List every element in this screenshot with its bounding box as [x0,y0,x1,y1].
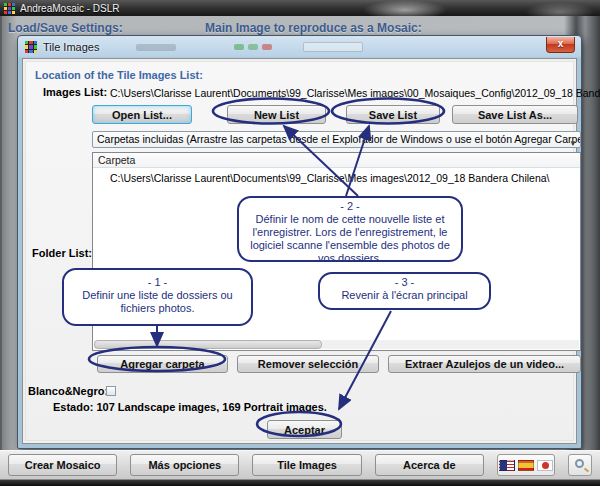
included-folders-dropdown[interactable]: Carpetas incluidas (Arrastre las carpeta… [92,131,581,148]
open-list-button[interactable]: Open List... [92,105,192,124]
us-flag-icon [499,460,515,471]
magnifier-icon [575,459,584,468]
search-button[interactable] [568,454,592,476]
bottom-toolbar: Crear Mosaico Más opciones Tile Images A… [0,450,600,480]
titlebar-ghost [248,44,258,50]
folder-list-row[interactable]: C:\Users\Clarisse Laurent\Documents\99_C… [93,168,580,184]
main-image-label: Main Image to reproduce as a Mosaic: [205,21,422,35]
callout-1-text: Definir une liste de dossiers ou fichier… [82,289,232,314]
callout-step-1: - 1 - Definir une liste de dossiers ou f… [62,268,253,326]
new-list-button[interactable]: New List [227,105,326,124]
callout-1-number: - 1 - [70,276,245,289]
app-icon [4,3,15,14]
scrollbar-thumb[interactable] [94,340,322,349]
folder-list-label: Folder List: [26,247,92,259]
language-selector-button[interactable] [497,454,555,476]
window-bottom-edge [0,480,600,486]
spain-flag-icon [518,460,534,471]
main-window: AndreaMosaic - DSLR Load/Save Settings: … [0,0,600,486]
dialog-icon [25,41,37,53]
titlebar-ghost [303,42,363,52]
titlebar-ghost [262,44,272,50]
add-folder-button[interactable]: Agregar carpeta [97,355,228,373]
images-list-label: Images List: [43,86,107,98]
callout-step-3: - 3 - Revenir à l'écran principal [318,272,491,310]
callout-2-text: Définir le nom de cette nouvelle liste e… [250,213,450,264]
extract-tiles-from-video-button[interactable]: Extraer Azulejos de un video... [388,355,581,373]
callout-step-2: - 2 - Définir le nom de cette nouvelle l… [237,196,463,262]
load-save-settings-label: Load/Save Settings: [8,21,123,35]
callout-3-text: Revenir à l'écran principal [341,289,467,301]
dialog-titlebar[interactable]: Tile Images [18,36,581,58]
remove-selection-button[interactable]: Remover selección [237,355,379,373]
crear-mosaico-button[interactable]: Crear Mosaico [8,454,117,476]
acerca-de-button[interactable]: Acerca de [375,454,484,476]
images-list-path: C:\Users\Clarisse Laurent\Documents\99_C… [110,87,600,99]
close-button[interactable]: x [546,37,575,53]
status-text: Estado: 107 Landscape images, 169 Portra… [53,401,327,413]
location-heading: Location of the Tile Images List: [35,69,203,81]
titlebar-ghost [234,44,244,50]
callout-2-number: - 2 - [245,200,455,213]
titlebar-ghost [136,44,176,51]
close-icon: x [558,38,564,49]
main-titlebar[interactable]: AndreaMosaic - DSLR [0,0,600,16]
black-white-label: Blanco&Negro: [28,385,108,397]
horizontal-scrollbar[interactable] [94,340,579,349]
dropdown-selected-text: Carpetas incluidas (Arrastre las carpeta… [97,133,581,145]
dialog-title: Tile Images [43,41,99,53]
window-title: AndreaMosaic - DSLR [20,3,119,14]
japan-flag-icon [537,460,553,471]
folder-list-column-header[interactable]: Carpeta [93,153,580,168]
save-list-button[interactable]: Save List [346,105,440,124]
tile-images-button[interactable]: Tile Images [252,454,361,476]
accept-button[interactable]: Aceptar [267,420,342,439]
callout-3-number: - 3 - [326,276,483,289]
mas-opciones-button[interactable]: Más opciones [130,454,239,476]
black-white-checkbox[interactable] [106,386,116,396]
save-list-as-button[interactable]: Save List As... [452,105,578,124]
chevron-down-icon: ▼ [569,136,577,148]
